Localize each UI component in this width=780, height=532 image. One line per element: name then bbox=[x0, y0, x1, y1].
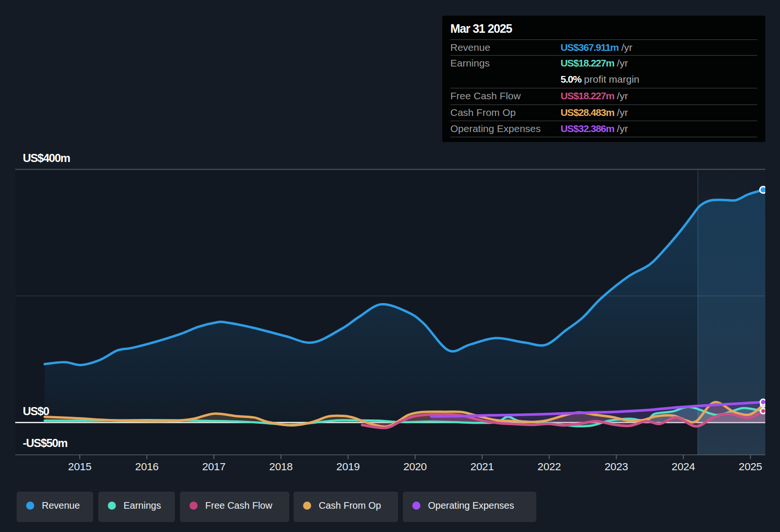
svg-text:2016: 2016 bbox=[135, 461, 159, 473]
svg-text:2021: 2021 bbox=[470, 461, 494, 473]
svg-text:2025: 2025 bbox=[739, 461, 762, 473]
svg-text:2020: 2020 bbox=[403, 461, 427, 473]
svg-text:2017: 2017 bbox=[202, 461, 226, 473]
svg-text:US$0: US$0 bbox=[23, 405, 49, 418]
svg-text:2019: 2019 bbox=[336, 461, 360, 473]
svg-text:2024: 2024 bbox=[672, 461, 695, 473]
svg-text:2018: 2018 bbox=[269, 461, 293, 473]
svg-text:2015: 2015 bbox=[68, 461, 91, 473]
svg-text:2022: 2022 bbox=[538, 461, 561, 473]
svg-text:US$400m: US$400m bbox=[23, 152, 70, 164]
svg-text:-US$50m: -US$50m bbox=[23, 437, 67, 449]
svg-text:2023: 2023 bbox=[605, 461, 628, 473]
